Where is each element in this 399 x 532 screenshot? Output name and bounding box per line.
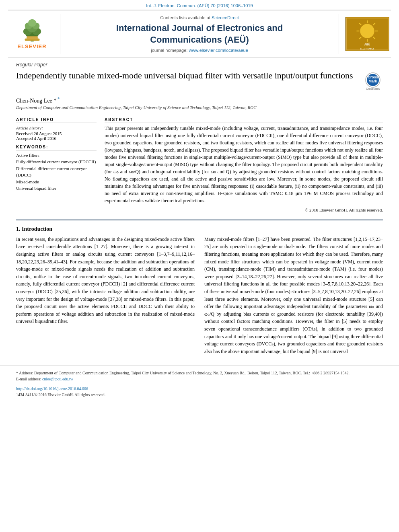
svg-text:Cross: Cross: [368, 75, 378, 79]
sciencedirect-label: Contents lists available at ScienceDirec…: [68, 15, 331, 20]
article-info-panel: ARTICLE INFO Article history: Received 2…: [16, 117, 97, 214]
svg-rect-9: [27, 36, 38, 39]
keyword-2: Fully differential current conveyor (FDC…: [16, 158, 97, 165]
keywords-title: Keywords:: [16, 145, 97, 150]
section-1-heading: 1. Introduction: [16, 226, 383, 232]
keywords-section: Keywords: Active filters Fully different…: [16, 145, 97, 192]
history-label: Article history:: [16, 125, 97, 130]
svg-point-7: [28, 19, 36, 27]
divider-1: [16, 114, 383, 114]
journal-homepage-link[interactable]: www.elsevier.com/locate/aeue: [189, 48, 248, 53]
section-1-title: Introduction: [22, 226, 52, 232]
elsevier-tree-icon: [16, 18, 48, 43]
crossmark-icon: Cross Mark CrossMark: [363, 72, 383, 92]
journal-title: International Journal of Electronics and…: [68, 23, 331, 45]
intro-col1-text: In recent years, the applications and ad…: [16, 236, 195, 325]
issn-text: 1434-8411/© 2016 Elsevier GmbH. All righ…: [16, 392, 383, 398]
author-footnote: *: [56, 96, 60, 101]
elsevier-text: ELSEVIER: [17, 43, 46, 49]
keyword-4: Mixed-mode: [16, 179, 97, 185]
abstract-text: This paper presents an independently tun…: [105, 125, 383, 204]
journal-reference: Int. J. Electron. Commun. (AEÜ) 70 (2016…: [0, 0, 399, 10]
elsevier-logo: ELSEVIER: [16, 18, 48, 49]
section-divider: [16, 220, 383, 220]
svg-text:ELECTRONICS: ELECTRONICS: [360, 48, 374, 50]
keyword-5: Universal biquad filter: [16, 185, 97, 192]
intro-col-2: Many mixed-mode filters [1–27] have been…: [204, 236, 383, 358]
intro-col2-text: Many mixed-mode filters [1–27] have been…: [204, 236, 383, 355]
article-content: Regular Paper Independently tunable mixe…: [0, 58, 399, 214]
intro-col-1: In recent years, the applications and ad…: [16, 236, 195, 358]
email-link[interactable]: cnlee@tpcu.edu.tw: [42, 377, 73, 381]
svg-text:AEÜ: AEÜ: [364, 43, 370, 46]
svg-point-12: [360, 24, 374, 38]
elsevier-logo-section: ELSEVIER: [8, 14, 60, 54]
email-label: E-mail address:: [16, 377, 41, 381]
journal-header: ELSEVIER Contents lists available at Sci…: [8, 10, 391, 58]
accepted-date: Accepted 4 April 2016: [16, 136, 97, 141]
article-title-row: Independently tunable mixed-mode univers…: [16, 70, 383, 92]
journal-logo-section: AEÜ ELECTRONICS: [339, 14, 391, 54]
svg-text:Mark: Mark: [368, 79, 377, 83]
abstract-title: ABSTRACT: [105, 117, 383, 123]
journal-homepage: journal homepage: www.elsevier.com/locat…: [68, 48, 331, 53]
author-name: Chen-Nong Lee * *: [16, 96, 383, 104]
page: Int. J. Electron. Commun. (AEÜ) 70 (2016…: [0, 0, 399, 532]
journal-logo-image: AEÜ ELECTRONICS: [345, 17, 389, 51]
email-line: E-mail address: cnlee@tpcu.edu.tw: [16, 376, 383, 382]
info-abstract-row: ARTICLE INFO Article history: Received 2…: [16, 117, 383, 214]
article-type: Regular Paper: [16, 62, 383, 68]
sciencedirect-link[interactable]: ScienceDirect: [212, 15, 239, 20]
abstract-section: ABSTRACT This paper presents an independ…: [105, 117, 383, 214]
article-info-title: ARTICLE INFO: [16, 117, 97, 123]
author-affiliation: Department of Computer and Communication…: [16, 105, 383, 110]
copyright-notice: © 2016 Elsevier GmbH. All rights reserve…: [105, 207, 383, 212]
doi-link[interactable]: http://dx.doi.org/10.1016/j.aeue.2016.04…: [16, 386, 88, 391]
keyword-3: Differential difference current conveyor…: [16, 165, 97, 179]
footer: * Address: Department of Computer and Co…: [0, 366, 399, 400]
journal-title-section: Contents lists available at ScienceDirec…: [60, 14, 339, 54]
received-date: Received 26 August 2015: [16, 131, 97, 136]
svg-text:CrossMark: CrossMark: [366, 87, 380, 90]
main-body: 1. Introduction In recent years, the app…: [0, 226, 399, 358]
keyword-1: Active filters: [16, 152, 97, 159]
article-title: Independently tunable mixed-mode univers…: [16, 70, 355, 82]
footnote-text: * Address: Department of Computer and Co…: [16, 370, 383, 376]
intro-two-col: In recent years, the applications and ad…: [16, 236, 383, 358]
section-1-num: 1.: [16, 226, 21, 232]
